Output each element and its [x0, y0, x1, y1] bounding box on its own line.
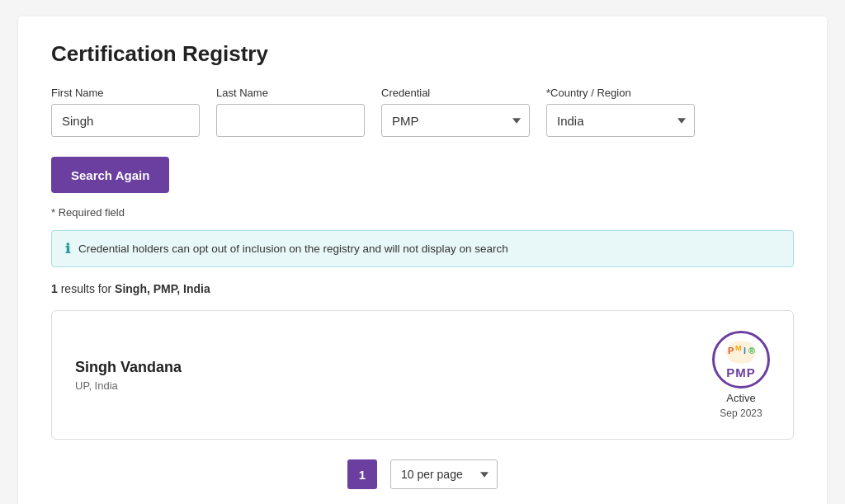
result-card: Singh Vandana UP, India P M I ® PMP Acti…	[51, 310, 794, 440]
results-summary: 1 results for Singh, PMP, India	[51, 282, 794, 295]
credential-group: Credential PMP PgMP PfMP PMI-ACP PMI-RMP…	[381, 87, 530, 137]
page-1-button[interactable]: 1	[347, 459, 377, 489]
svg-text:M: M	[735, 344, 742, 352]
last-name-input[interactable]	[216, 104, 365, 137]
last-name-group: Last Name	[216, 87, 365, 137]
first-name-label: First Name	[51, 87, 200, 99]
results-count: 1	[51, 282, 58, 295]
info-banner-text: Credential holders can opt out of inclus…	[78, 243, 508, 255]
required-field-note: * Required field	[51, 206, 794, 219]
search-form: First Name Last Name Credential PMP PgMP…	[51, 87, 794, 137]
credential-badge-area: P M I ® PMP Active Sep 2023	[712, 331, 770, 419]
results-query-text: results for	[61, 282, 115, 295]
badge-date: Sep 2023	[720, 407, 762, 419]
main-container: Certification Registry First Name Last N…	[18, 16, 827, 504]
country-label: *Country / Region	[546, 87, 695, 99]
per-page-select[interactable]: 10 per page 25 per page 50 per page	[390, 459, 498, 489]
info-icon: ℹ	[65, 241, 70, 257]
pmp-logo-icon: P M I ®	[725, 341, 757, 364]
search-again-button[interactable]: Search Again	[51, 157, 169, 193]
country-select[interactable]: India United States United Kingdom Austr…	[546, 104, 695, 137]
country-group: *Country / Region India United States Un…	[546, 87, 695, 137]
svg-text:P: P	[728, 346, 734, 356]
svg-text:I: I	[744, 346, 746, 356]
results-query-params: Singh, PMP, India	[115, 282, 210, 295]
first-name-input[interactable]	[51, 104, 200, 137]
result-info: Singh Vandana UP, India	[75, 359, 182, 392]
result-location: UP, India	[75, 379, 182, 392]
svg-text:®: ®	[748, 346, 755, 356]
info-banner: ℹ Credential holders can opt out of incl…	[51, 230, 794, 267]
credential-label: Credential	[381, 87, 530, 99]
result-name: Singh Vandana	[75, 359, 182, 376]
pmp-badge: P M I ® PMP	[712, 331, 770, 389]
pagination-row: 1 10 per page 25 per page 50 per page	[51, 459, 794, 489]
pmp-label: PMP	[726, 365, 756, 379]
badge-status: Active	[726, 392, 755, 404]
first-name-group: First Name	[51, 87, 200, 137]
page-title: Certification Registry	[51, 41, 794, 67]
last-name-label: Last Name	[216, 87, 365, 99]
credential-select[interactable]: PMP PgMP PfMP PMI-ACP PMI-RMP PMI-SP PMI…	[381, 104, 530, 137]
